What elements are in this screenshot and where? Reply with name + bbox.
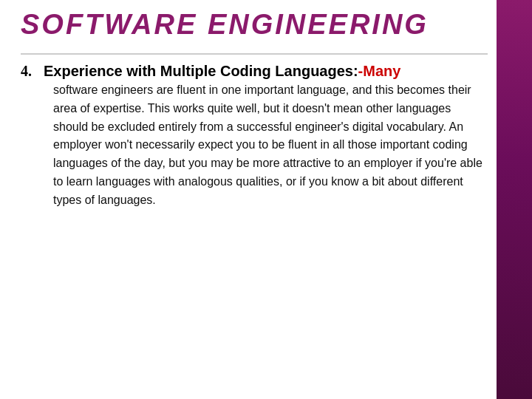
section-heading-main: Experience with Multiple Coding Language…	[44, 63, 358, 80]
slide-container: SOFTWARE ENGINEERING 4. Experience with …	[0, 0, 532, 399]
title-divider	[21, 53, 488, 55]
section-number: 4.	[21, 63, 32, 80]
content-area: 4. Experience with Multiple Coding Langu…	[21, 63, 484, 210]
section-heading-suffix: -Many	[358, 63, 401, 80]
title-area: SOFTWARE ENGINEERING	[21, 9, 488, 41]
slide-title: SOFTWARE ENGINEERING	[21, 9, 488, 41]
section-body-text: software engineers are fluent in one imp…	[21, 81, 484, 210]
section-heading-row: 4. Experience with Multiple Coding Langu…	[21, 63, 484, 80]
right-decorative-panel	[497, 0, 532, 399]
